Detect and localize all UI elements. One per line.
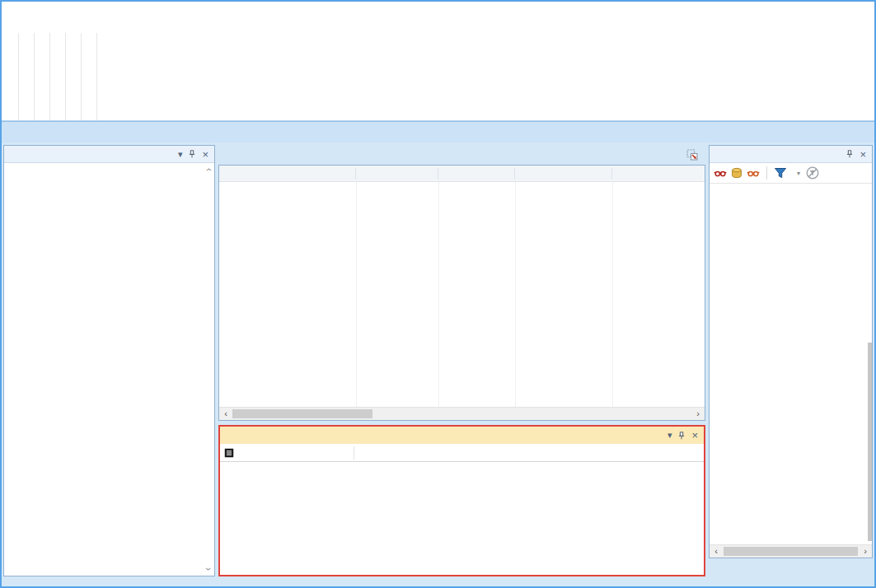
data-warehouse-panel-header	[710, 146, 872, 163]
columns-panel-header	[218, 145, 705, 165]
scroll-down-arrow-icon[interactable]	[207, 564, 210, 574]
results-panel	[218, 425, 705, 576]
close-icon[interactable]	[857, 149, 869, 160]
ribbon-group-label	[67, 115, 80, 120]
ribbon-group-configurations	[35, 33, 50, 120]
grid-empty-area	[219, 182, 705, 407]
pin-icon[interactable]	[842, 149, 857, 159]
app-window: ‹ ›	[0, 0, 876, 588]
ribbon	[2, 33, 874, 121]
results-panel-header	[220, 427, 704, 444]
scroll-right-arrow-icon[interactable]: ›	[859, 547, 872, 556]
clear-filter-icon[interactable]	[806, 166, 819, 180]
columns-grid: ‹ ›	[218, 165, 705, 421]
filter-icon[interactable]	[774, 166, 787, 180]
pin-icon[interactable]	[185, 149, 199, 159]
column-header[interactable]	[515, 168, 612, 180]
close-icon[interactable]	[199, 149, 211, 160]
panel-menu-icon[interactable]	[176, 150, 185, 159]
browser-tab-strip	[709, 559, 873, 577]
ribbon-group-search	[66, 33, 82, 120]
scroll-left-arrow-icon[interactable]: ‹	[710, 547, 723, 556]
ribbon-group-backup	[3, 33, 19, 120]
object-list-icon	[223, 447, 235, 459]
scroll-right-arrow-icon[interactable]: ›	[691, 409, 705, 418]
scrollbar-thumb[interactable]	[232, 409, 372, 418]
database-icon[interactable]	[730, 166, 743, 180]
horizontal-scrollbar[interactable]: ‹ ›	[710, 544, 872, 558]
vertical-scrollbar[interactable]	[202, 163, 214, 576]
column-header[interactable]	[356, 168, 438, 180]
pin-icon[interactable]	[674, 431, 689, 441]
view-tab-strip	[2, 121, 874, 142]
filter-dropdown-caret-icon[interactable]	[797, 170, 800, 177]
column-header[interactable]	[612, 168, 705, 180]
center-area: ‹ ›	[218, 145, 705, 576]
close-icon[interactable]	[689, 430, 700, 441]
menu-bar	[2, 2, 874, 33]
column-header[interactable]	[438, 168, 515, 180]
ribbon-group-label	[4, 115, 17, 120]
ribbon-group-label	[51, 115, 64, 120]
scroll-left-arrow-icon[interactable]: ‹	[219, 409, 232, 418]
horizontal-scrollbar[interactable]: ‹ ›	[219, 407, 705, 420]
stage-table-icon[interactable]	[686, 148, 699, 161]
data-warehouse-panel: ‹ ›	[709, 145, 873, 558]
scroll-up-arrow-icon[interactable]	[207, 165, 210, 175]
ribbon-group-label	[20, 115, 33, 120]
ribbon-group-label	[35, 115, 49, 120]
ribbon-group-label	[82, 115, 96, 120]
column-header[interactable]	[219, 168, 356, 180]
ribbon-group-parameter	[50, 33, 66, 120]
ribbon-group-validate	[19, 33, 35, 120]
main-workspace: ‹ ›	[2, 143, 874, 586]
development-panel	[3, 145, 215, 576]
results-grid-header	[220, 444, 704, 462]
scrollbar-thumb[interactable]	[724, 547, 858, 556]
development-panel-header	[4, 146, 214, 163]
browser-toolbar	[710, 163, 872, 184]
vertical-scrollbar[interactable]	[867, 184, 872, 544]
panel-menu-icon[interactable]	[665, 431, 675, 440]
browse-icon[interactable]	[714, 166, 727, 180]
browse-run-icon[interactable]	[747, 166, 760, 180]
scrollbar-thumb[interactable]	[868, 343, 872, 541]
ribbon-group-other-tools	[82, 33, 97, 120]
columns-grid-header	[219, 166, 705, 182]
results-grid-body	[220, 462, 704, 575]
